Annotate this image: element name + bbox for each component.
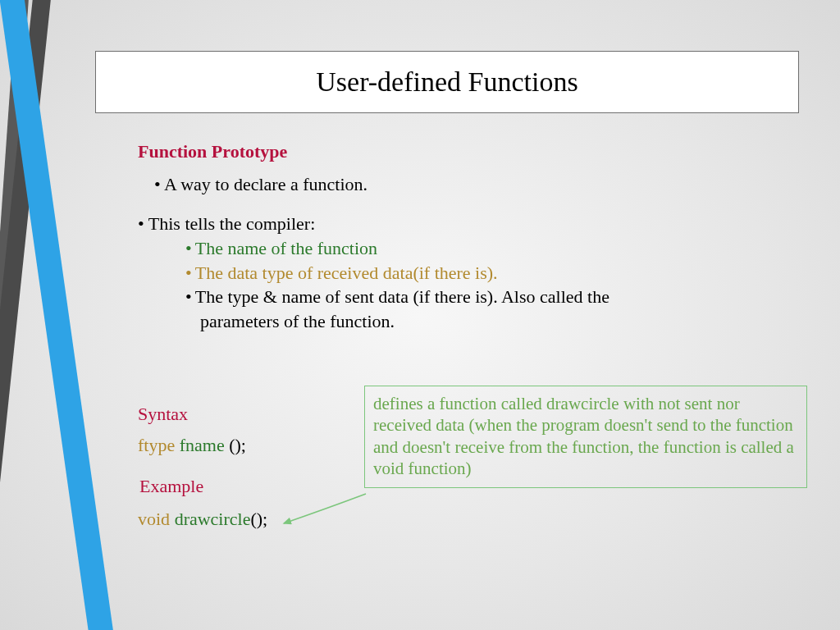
syntax-label: Syntax xyxy=(138,404,188,425)
example-void: void xyxy=(138,509,170,529)
sub-bullet-params: •The type & name of sent data (if there … xyxy=(185,285,609,309)
sub-bullet-name: •The name of the function xyxy=(185,236,609,261)
sub-bullet-params-cont: parameters of the function. xyxy=(185,309,609,334)
syntax-fname: fname xyxy=(180,435,225,455)
callout-box: defines a function called drawcircle wit… xyxy=(364,386,807,488)
sub-bullet-list: •The name of the function •The data type… xyxy=(185,236,609,334)
example-tail: (); xyxy=(250,509,267,529)
arrow-icon xyxy=(277,492,368,541)
section-heading: Function Prototype xyxy=(138,141,287,162)
example-name: drawcircle xyxy=(170,509,250,529)
bullet-compiler: • This tells the compiler: xyxy=(138,212,315,236)
syntax-line: ftype fname (); xyxy=(138,435,246,456)
syntax-tail: (); xyxy=(229,435,246,455)
syntax-ftype: ftype xyxy=(138,435,175,455)
sub-bullet-datatype-text: The data type of received data(if there … xyxy=(195,262,498,283)
sub-bullet-datatype: •The data type of received data(if there… xyxy=(185,261,609,285)
example-line: void drawcircle(); xyxy=(138,509,267,530)
example-label: Example xyxy=(139,476,203,497)
bullet-declare: • A way to declare a function. xyxy=(154,172,368,197)
slide-title: User-defined Functions xyxy=(95,51,799,113)
sub-bullet-params-text: The type & name of sent data (if there i… xyxy=(195,286,609,307)
sub-bullet-name-text: The name of the function xyxy=(195,238,377,258)
